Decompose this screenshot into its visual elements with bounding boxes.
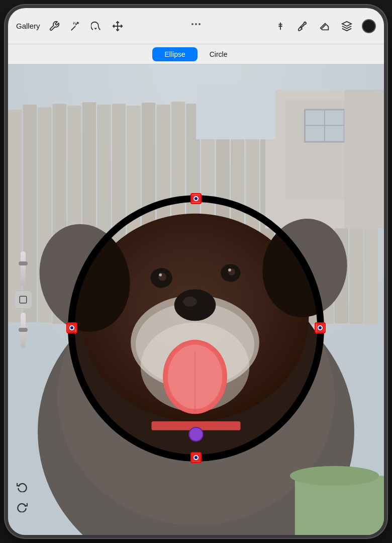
canvas-area <box>8 64 384 535</box>
handle-right-inner <box>318 325 323 330</box>
tab-circle[interactable]: Circle <box>198 47 240 61</box>
handle-left[interactable] <box>66 322 77 333</box>
svg-line-2 <box>73 23 73 24</box>
toolbar: Gallery <box>8 8 384 44</box>
transform-tool[interactable] <box>14 291 32 309</box>
device-frame: Gallery <box>5 5 387 538</box>
photo-background <box>8 64 384 535</box>
eraser-icon[interactable] <box>318 19 332 33</box>
more-options[interactable] <box>191 23 201 25</box>
left-sidebar <box>14 251 32 348</box>
brush-icon[interactable] <box>296 19 310 33</box>
layers-icon[interactable] <box>340 19 354 33</box>
move-icon[interactable] <box>111 19 125 33</box>
tab-ellipse[interactable]: Ellipse <box>152 47 197 61</box>
svg-line-1 <box>71 26 75 30</box>
handle-bottom-inner <box>193 455 199 460</box>
svg-line-4 <box>75 23 75 23</box>
size-slider[interactable] <box>21 313 26 348</box>
smudge-icon[interactable] <box>89 19 104 33</box>
handle-top-inner <box>193 196 199 201</box>
gallery-button[interactable]: Gallery <box>16 22 40 30</box>
wrench-icon[interactable] <box>47 19 61 33</box>
handle-right[interactable] <box>315 322 326 333</box>
magic-wand-icon[interactable] <box>68 19 82 33</box>
svg-marker-11 <box>342 21 351 26</box>
toolbar-left: Gallery <box>16 19 267 33</box>
opacity-thumb[interactable] <box>19 261 28 265</box>
tab-bar: Ellipse Circle <box>8 44 384 64</box>
color-picker[interactable] <box>362 19 376 33</box>
pen-nib-icon[interactable] <box>273 19 287 33</box>
svg-rect-70 <box>8 64 384 535</box>
undo-redo-group <box>14 479 30 515</box>
undo-button[interactable] <box>14 479 30 495</box>
handle-bottom[interactable] <box>190 452 202 463</box>
handle-left-inner <box>69 325 74 330</box>
toolbar-right <box>273 19 376 33</box>
svg-rect-72 <box>20 296 27 303</box>
handle-top[interactable] <box>190 193 202 204</box>
opacity-slider[interactable] <box>21 251 26 287</box>
size-thumb[interactable] <box>19 328 28 332</box>
redo-button[interactable] <box>14 499 30 515</box>
